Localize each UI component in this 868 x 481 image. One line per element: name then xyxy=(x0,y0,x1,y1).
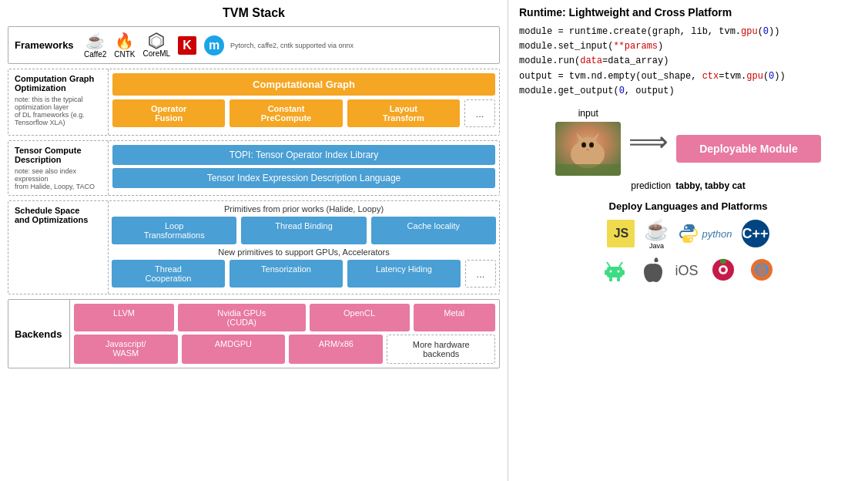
svg-rect-18 xyxy=(622,270,625,275)
computation-graph-section: Computation Graph Optimization note: thi… xyxy=(8,69,500,136)
more-backends-box: More hardware backends xyxy=(387,335,495,364)
llvm-box: LLVM xyxy=(74,304,174,331)
inference-arrow: ⟹ xyxy=(628,126,669,158)
thread-cooperation-box: ThreadCooperation xyxy=(112,260,225,288)
java-icon: ☕ Java xyxy=(644,218,669,250)
schedule-section: Schedule Spaceand Optimizations Primitiv… xyxy=(8,200,500,294)
computation-graph-content: Computational Graph OperatorFusion Const… xyxy=(109,69,499,135)
code-line-3: module.run(data=data_array) xyxy=(519,54,857,69)
backends-row1: LLVM Nvidia GPUs(CUDA) OpenCL Metal xyxy=(74,304,495,331)
tvm-title: TVM Stack xyxy=(8,6,500,20)
javascript-wasm-box: Javascript/WASM xyxy=(74,335,178,364)
code-line-4: output = tvm.nd.empty(out_shape, ctx=tvm… xyxy=(519,69,857,84)
coreml-icon: CoreML xyxy=(143,32,171,58)
primitives-label2: New primitives to support GPUs, Accelera… xyxy=(112,247,496,257)
frameworks-label: Frameworks xyxy=(15,39,84,51)
keras-icon: K xyxy=(178,36,196,55)
input-group: input xyxy=(555,108,621,176)
inference-diagram: input xyxy=(519,108,857,191)
raspberry-pi-icon xyxy=(709,256,737,286)
topi-box: TOPI: Tensor Operator Index Library xyxy=(112,145,495,165)
cpp-icon: C++ xyxy=(742,220,769,247)
svg-point-5 xyxy=(577,137,598,156)
schedule-label: Schedule Spaceand Optimizations xyxy=(8,201,109,294)
input-row: input xyxy=(555,108,821,176)
primitives-row2: ThreadCooperation Tensorization Latency … xyxy=(112,260,496,288)
backends-section: Backends LLVM Nvidia GPUs(CUDA) OpenCL M… xyxy=(8,299,500,368)
backends-grid: LLVM Nvidia GPUs(CUDA) OpenCL Metal Java… xyxy=(74,304,495,364)
metal-box: Metal xyxy=(414,304,495,331)
svg-marker-1 xyxy=(152,36,161,47)
thread-binding-box: Thread Binding xyxy=(241,217,366,244)
primitives-label1: Primitives from prior works (Halide, Loo… xyxy=(112,204,496,214)
python-icon: python xyxy=(678,223,732,244)
tensor-compute-section: Tensor ComputeDescription note: see also… xyxy=(8,140,500,196)
code-line-1: module = runtime.create(graph, lib, tvm.… xyxy=(519,25,857,39)
code-block: module = runtime.create(graph, lib, tvm.… xyxy=(519,25,857,99)
android-icon xyxy=(601,256,628,286)
ios-icon: iOS xyxy=(675,263,698,279)
prediction-value: tabby, tabby cat xyxy=(675,180,745,191)
tensor-compute-label: Tensor ComputeDescription note: see also… xyxy=(8,141,109,195)
javascript-icon: JS xyxy=(607,220,635,247)
backends-content: LLVM Nvidia GPUs(CUDA) OpenCL Metal Java… xyxy=(70,300,499,368)
tensor-compute-note: note: see also index expressionfrom Hali… xyxy=(15,167,102,190)
layout-transform-box: LayoutTransform xyxy=(347,99,460,127)
svg-point-14 xyxy=(685,227,688,229)
schedule-dashed-box: ... xyxy=(465,260,496,288)
svg-rect-23 xyxy=(609,278,612,281)
tensor-compute-content: TOPI: Tensor Operator Index Library Tens… xyxy=(109,141,499,195)
frameworks-note: Pytorch, caffe2, cntk supported via onnx xyxy=(230,42,354,49)
arm-x86-box: ARM/x86 xyxy=(289,335,383,364)
svg-point-27 xyxy=(721,267,726,272)
deploy-title: Deploy Languages and Platforms xyxy=(519,200,857,212)
cache-locality-box: Cache locality xyxy=(371,217,496,244)
code-line-5: module.get_output(0, output) xyxy=(519,84,857,99)
nvidia-box: Nvidia GPUs(CUDA) xyxy=(178,304,305,331)
operator-fusion-box: OperatorFusion xyxy=(112,99,225,127)
code-line-2: module.set_input(**params) xyxy=(519,39,857,54)
prediction-row: prediction tabby, tabby cat xyxy=(631,180,746,191)
prediction-label: prediction xyxy=(631,180,671,191)
tensor-index-box: Tensor Index Expression Description Lang… xyxy=(112,168,495,188)
svg-line-19 xyxy=(607,262,610,267)
loop-transformations-box: LoopTransformations xyxy=(112,217,236,244)
frameworks-section: Frameworks ☕ Caffe2 🔥 CNTK CoreML xyxy=(8,26,500,64)
svg-point-22 xyxy=(618,270,620,272)
sub-boxes-row: OperatorFusion ConstantPreCompute Layout… xyxy=(112,99,495,127)
svg-line-20 xyxy=(619,262,622,267)
svg-rect-17 xyxy=(605,270,608,275)
svg-point-21 xyxy=(610,270,612,272)
computational-graph-box: Computational Graph xyxy=(112,73,495,96)
deploy-icons-row1: JS ☕ Java python C++ xyxy=(519,218,857,250)
apple-icon xyxy=(639,256,664,286)
deploy-section: Deploy Languages and Platforms JS ☕ Java xyxy=(519,200,857,286)
svg-rect-13 xyxy=(555,164,621,176)
tensorization-box: Tensorization xyxy=(230,260,343,288)
latency-hiding-box: Latency Hiding xyxy=(347,260,461,288)
input-label: input xyxy=(578,108,598,119)
caffe2-icon: ☕ Caffe2 xyxy=(84,32,106,59)
svg-point-10 xyxy=(583,143,585,146)
amdgpu-box: AMDGPU xyxy=(182,335,286,364)
computation-graph-label: Computation Graph Optimization note: thi… xyxy=(8,69,109,135)
constant-precompute-box: ConstantPreCompute xyxy=(230,99,342,127)
deployable-module-box: Deployable Module xyxy=(676,135,821,163)
runtime-title: Runtime: Lightweight and Cross Platform xyxy=(519,6,857,18)
cat-image xyxy=(555,122,621,176)
backends-label: Backends xyxy=(8,300,70,368)
backends-row2: Javascript/WASM AMDGPU ARM/x86 More hard… xyxy=(74,335,495,364)
cntk-icon: 🔥 CNTK xyxy=(114,32,135,59)
svg-point-15 xyxy=(690,239,692,241)
svg-rect-24 xyxy=(617,278,620,281)
primitives-row1: LoopTransformations Thread Binding Cache… xyxy=(112,217,496,244)
deployable-group: x Deployable Module xyxy=(676,121,821,163)
computation-graph-note: note: this is the typical optimization l… xyxy=(15,96,102,126)
mxnet-icon: m xyxy=(204,35,224,56)
deploy-icons-row2: iOS xyxy=(519,256,857,286)
svg-rect-16 xyxy=(607,267,622,278)
right-panel: Runtime: Lightweight and Cross Platform … xyxy=(508,0,868,481)
browser-icon xyxy=(748,256,776,286)
more-dashed-box: ... xyxy=(464,99,495,127)
svg-point-11 xyxy=(591,143,593,146)
